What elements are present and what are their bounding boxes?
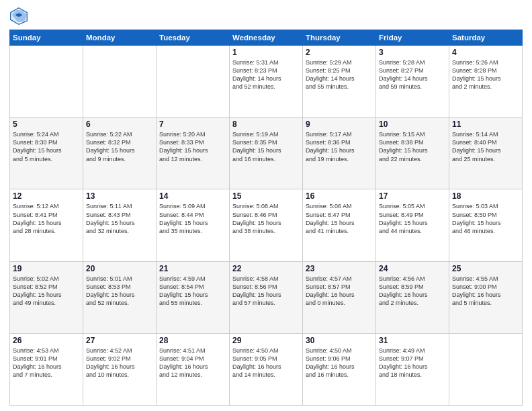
logo: [9, 7, 31, 26]
day-number: 30: [306, 336, 373, 345]
day-number: 28: [159, 336, 226, 345]
day-info: Sunrise: 5:28 AMSunset: 8:27 PMDaylight:…: [379, 58, 446, 91]
day-info: Sunrise: 5:17 AMSunset: 8:36 PMDaylight:…: [306, 130, 373, 163]
day-number: 2: [306, 48, 373, 57]
day-number: 29: [232, 336, 300, 345]
calendar-table: SundayMondayTuesdayWednesdayThursdayFrid…: [9, 30, 523, 406]
week-row-3: 12Sunrise: 5:12 AMSunset: 8:41 PMDayligh…: [10, 189, 523, 261]
day-cell: 24Sunrise: 4:56 AMSunset: 8:59 PMDayligh…: [376, 261, 449, 333]
day-info: Sunrise: 5:29 AMSunset: 8:25 PMDaylight:…: [306, 58, 373, 91]
week-row-1: 1Sunrise: 5:31 AMSunset: 8:23 PMDaylight…: [10, 46, 523, 118]
day-cell: 6Sunrise: 5:22 AMSunset: 8:32 PMDaylight…: [83, 118, 157, 189]
weekday-header-sunday: Sunday: [10, 30, 83, 46]
day-number: 14: [159, 191, 226, 201]
day-info: Sunrise: 5:01 AMSunset: 8:53 PMDaylight:…: [86, 275, 153, 308]
day-info: Sunrise: 4:50 AMSunset: 9:06 PMDaylight:…: [306, 347, 373, 379]
day-number: 27: [86, 336, 153, 345]
day-cell: 22Sunrise: 4:58 AMSunset: 8:56 PMDayligh…: [230, 261, 303, 333]
week-row-5: 26Sunrise: 4:53 AMSunset: 9:01 PMDayligh…: [10, 333, 523, 405]
day-cell: [10, 46, 83, 118]
day-info: Sunrise: 4:51 AMSunset: 9:04 PMDaylight:…: [159, 347, 226, 379]
day-cell: 30Sunrise: 4:50 AMSunset: 9:06 PMDayligh…: [303, 333, 376, 405]
day-cell: 29Sunrise: 4:50 AMSunset: 9:05 PMDayligh…: [230, 333, 303, 405]
day-cell: 28Sunrise: 4:51 AMSunset: 9:04 PMDayligh…: [157, 333, 230, 405]
day-info: Sunrise: 5:22 AMSunset: 8:32 PMDaylight:…: [86, 130, 153, 163]
week-row-2: 5Sunrise: 5:24 AMSunset: 8:30 PMDaylight…: [10, 118, 523, 189]
day-number: 15: [232, 191, 300, 201]
day-cell: 3Sunrise: 5:28 AMSunset: 8:27 PMDaylight…: [376, 46, 449, 118]
day-cell: 8Sunrise: 5:19 AMSunset: 8:35 PMDaylight…: [230, 118, 303, 189]
day-number: 22: [232, 264, 300, 273]
day-number: 1: [232, 48, 300, 57]
day-number: 7: [159, 120, 226, 129]
day-number: 18: [452, 191, 519, 201]
day-cell: 4Sunrise: 5:26 AMSunset: 8:28 PMDaylight…: [449, 46, 523, 118]
day-number: 16: [306, 191, 373, 201]
day-number: 5: [13, 120, 80, 129]
day-info: Sunrise: 4:49 AMSunset: 9:07 PMDaylight:…: [379, 347, 446, 379]
day-info: Sunrise: 4:52 AMSunset: 9:02 PMDaylight:…: [86, 347, 153, 379]
day-cell: 17Sunrise: 5:05 AMSunset: 8:49 PMDayligh…: [376, 189, 449, 261]
day-cell: [157, 46, 230, 118]
day-number: 19: [13, 264, 80, 273]
day-number: 4: [452, 48, 519, 57]
day-cell: 11Sunrise: 5:14 AMSunset: 8:40 PMDayligh…: [449, 118, 523, 189]
day-cell: 9Sunrise: 5:17 AMSunset: 8:36 PMDaylight…: [303, 118, 376, 189]
day-info: Sunrise: 5:24 AMSunset: 8:30 PMDaylight:…: [13, 130, 80, 163]
day-info: Sunrise: 5:12 AMSunset: 8:41 PMDaylight:…: [13, 202, 80, 235]
day-info: Sunrise: 4:59 AMSunset: 8:54 PMDaylight:…: [159, 275, 226, 308]
day-info: Sunrise: 4:53 AMSunset: 9:01 PMDaylight:…: [13, 347, 80, 379]
day-cell: 5Sunrise: 5:24 AMSunset: 8:30 PMDaylight…: [10, 118, 83, 189]
day-number: 10: [379, 120, 446, 129]
weekday-header-saturday: Saturday: [449, 30, 523, 46]
day-info: Sunrise: 4:58 AMSunset: 8:56 PMDaylight:…: [232, 275, 300, 308]
day-info: Sunrise: 4:50 AMSunset: 9:05 PMDaylight:…: [232, 347, 300, 379]
weekday-header-friday: Friday: [376, 30, 449, 46]
day-cell: 27Sunrise: 4:52 AMSunset: 9:02 PMDayligh…: [83, 333, 157, 405]
day-cell: 1Sunrise: 5:31 AMSunset: 8:23 PMDaylight…: [230, 46, 303, 118]
day-number: 9: [306, 120, 373, 129]
day-info: Sunrise: 5:08 AMSunset: 8:46 PMDaylight:…: [232, 202, 300, 235]
day-number: 23: [306, 264, 373, 273]
weekday-header-tuesday: Tuesday: [157, 30, 230, 46]
day-cell: [83, 46, 157, 118]
day-info: Sunrise: 5:19 AMSunset: 8:35 PMDaylight:…: [232, 130, 300, 163]
day-info: Sunrise: 5:05 AMSunset: 8:49 PMDaylight:…: [379, 202, 446, 235]
day-cell: 26Sunrise: 4:53 AMSunset: 9:01 PMDayligh…: [10, 333, 83, 405]
weekday-header-monday: Monday: [83, 30, 157, 46]
day-number: 8: [232, 120, 300, 129]
day-info: Sunrise: 5:03 AMSunset: 8:50 PMDaylight:…: [452, 202, 519, 235]
day-cell: 19Sunrise: 5:02 AMSunset: 8:52 PMDayligh…: [10, 261, 83, 333]
day-cell: 15Sunrise: 5:08 AMSunset: 8:46 PMDayligh…: [230, 189, 303, 261]
day-cell: 25Sunrise: 4:55 AMSunset: 9:00 PMDayligh…: [449, 261, 523, 333]
day-cell: 23Sunrise: 4:57 AMSunset: 8:57 PMDayligh…: [303, 261, 376, 333]
day-info: Sunrise: 5:09 AMSunset: 8:44 PMDaylight:…: [159, 202, 226, 235]
day-info: Sunrise: 5:14 AMSunset: 8:40 PMDaylight:…: [452, 130, 519, 163]
day-number: 11: [452, 120, 519, 129]
day-cell: 16Sunrise: 5:06 AMSunset: 8:47 PMDayligh…: [303, 189, 376, 261]
day-cell: 31Sunrise: 4:49 AMSunset: 9:07 PMDayligh…: [376, 333, 449, 405]
day-cell: 2Sunrise: 5:29 AMSunset: 8:25 PMDaylight…: [303, 46, 376, 118]
day-cell: 21Sunrise: 4:59 AMSunset: 8:54 PMDayligh…: [157, 261, 230, 333]
day-cell: 14Sunrise: 5:09 AMSunset: 8:44 PMDayligh…: [157, 189, 230, 261]
day-cell: 18Sunrise: 5:03 AMSunset: 8:50 PMDayligh…: [449, 189, 523, 261]
logo-icon: [9, 7, 28, 26]
day-info: Sunrise: 5:15 AMSunset: 8:38 PMDaylight:…: [379, 130, 446, 163]
day-info: Sunrise: 5:02 AMSunset: 8:52 PMDaylight:…: [13, 275, 80, 308]
day-number: 24: [379, 264, 446, 273]
day-number: 17: [379, 191, 446, 201]
weekday-header-row: SundayMondayTuesdayWednesdayThursdayFrid…: [10, 30, 523, 46]
header: [9, 7, 523, 26]
page: SundayMondayTuesdayWednesdayThursdayFrid…: [0, 0, 532, 411]
day-number: 12: [13, 191, 80, 201]
day-info: Sunrise: 5:26 AMSunset: 8:28 PMDaylight:…: [452, 58, 519, 91]
day-info: Sunrise: 4:56 AMSunset: 8:59 PMDaylight:…: [379, 275, 446, 308]
day-info: Sunrise: 5:06 AMSunset: 8:47 PMDaylight:…: [306, 202, 373, 235]
weekday-header-thursday: Thursday: [303, 30, 376, 46]
day-number: 3: [379, 48, 446, 57]
day-info: Sunrise: 5:31 AMSunset: 8:23 PMDaylight:…: [232, 58, 300, 91]
day-info: Sunrise: 5:20 AMSunset: 8:33 PMDaylight:…: [159, 130, 226, 163]
day-cell: 10Sunrise: 5:15 AMSunset: 8:38 PMDayligh…: [376, 118, 449, 189]
day-number: 21: [159, 264, 226, 273]
day-info: Sunrise: 4:55 AMSunset: 9:00 PMDaylight:…: [452, 275, 519, 308]
